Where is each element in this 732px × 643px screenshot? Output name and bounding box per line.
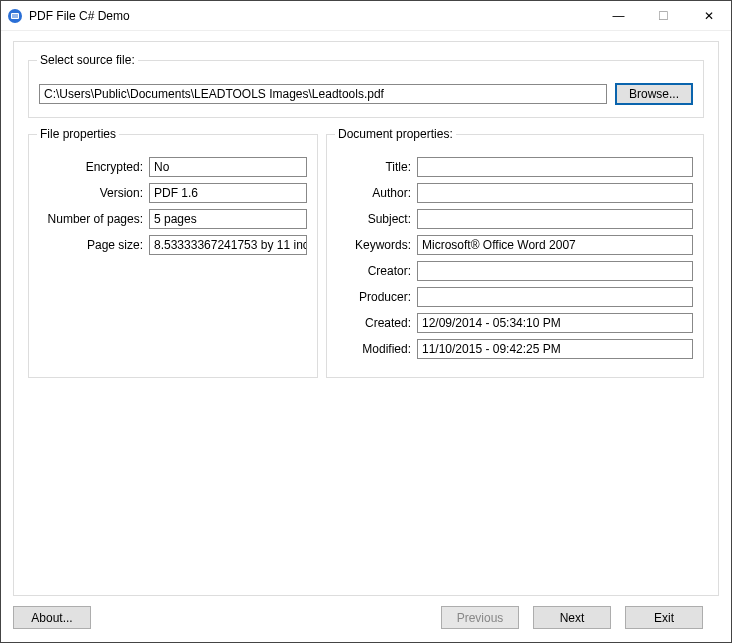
- source-path-input[interactable]: [39, 84, 607, 104]
- source-groupbox: Select source file: Browse...: [28, 60, 704, 118]
- previous-button: Previous: [441, 606, 519, 629]
- app-icon: [7, 8, 23, 24]
- doc-title-value: [417, 157, 693, 177]
- pagesize-label: Page size:: [29, 238, 149, 252]
- doc-creator-label: Creator:: [327, 264, 417, 278]
- pages-label: Number of pages:: [29, 212, 149, 226]
- svg-rect-1: [11, 13, 19, 19]
- doc-subject-label: Subject:: [327, 212, 417, 226]
- version-value: PDF 1.6: [149, 183, 307, 203]
- doc-title-label: Title:: [327, 160, 417, 174]
- file-properties-legend: File properties: [37, 127, 119, 141]
- doc-creator-value: [417, 261, 693, 281]
- file-properties-groupbox: File properties Encrypted: No Version: P…: [28, 134, 318, 378]
- svg-rect-3: [12, 16, 18, 17]
- doc-producer-label: Producer:: [327, 290, 417, 304]
- doc-author-value: [417, 183, 693, 203]
- doc-subject-value: [417, 209, 693, 229]
- doc-modified-value: 11/10/2015 - 09:42:25 PM: [417, 339, 693, 359]
- document-properties-legend: Document properties:: [335, 127, 456, 141]
- main-panel: Select source file: Browse... File prope…: [13, 41, 719, 596]
- client-area: Select source file: Browse... File prope…: [1, 31, 731, 642]
- doc-modified-label: Modified:: [327, 342, 417, 356]
- next-button[interactable]: Next: [533, 606, 611, 629]
- source-legend: Select source file:: [37, 53, 138, 67]
- doc-created-label: Created:: [327, 316, 417, 330]
- encrypted-value: No: [149, 157, 307, 177]
- doc-keywords-value: Microsoft® Office Word 2007: [417, 235, 693, 255]
- exit-button[interactable]: Exit: [625, 606, 703, 629]
- doc-keywords-label: Keywords:: [327, 238, 417, 252]
- pages-value: 5 pages: [149, 209, 307, 229]
- doc-created-value: 12/09/2014 - 05:34:10 PM: [417, 313, 693, 333]
- app-window: PDF File C# Demo — ☐ ✕ Select source fil…: [0, 0, 732, 643]
- version-label: Version:: [29, 186, 149, 200]
- bottom-button-bar: About... Previous Next Exit: [13, 606, 719, 630]
- doc-author-label: Author:: [327, 186, 417, 200]
- doc-producer-value: [417, 287, 693, 307]
- window-title: PDF File C# Demo: [29, 9, 130, 23]
- close-button[interactable]: ✕: [686, 1, 731, 30]
- document-properties-groupbox: Document properties: Title: Author: Subj…: [326, 134, 704, 378]
- minimize-button[interactable]: —: [596, 1, 641, 30]
- about-button[interactable]: About...: [13, 606, 91, 629]
- svg-rect-2: [12, 14, 18, 15]
- title-bar: PDF File C# Demo — ☐ ✕: [1, 1, 731, 31]
- browse-button[interactable]: Browse...: [615, 83, 693, 105]
- pagesize-value: 8.53333367241753 by 11 inches: [149, 235, 307, 255]
- encrypted-label: Encrypted:: [29, 160, 149, 174]
- maximize-button: ☐: [641, 1, 686, 30]
